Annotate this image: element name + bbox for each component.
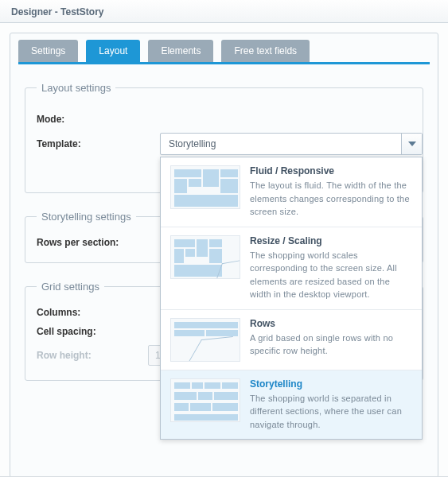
option-title: Rows <box>250 318 412 329</box>
option-text: Rows A grid based on single rows with no… <box>250 318 412 362</box>
option-desc: The shopping world is separated in diffe… <box>250 392 412 432</box>
chevron-down-icon <box>401 134 422 154</box>
tabbar: Settings Layout Elements Free text field… <box>18 40 430 64</box>
layout-thumb-icon <box>170 378 240 422</box>
mode-option-fluid[interactable]: Fluid / Responsive The layout is fluid. … <box>161 157 422 227</box>
mode-option-storytelling[interactable]: Storytelling The shopping world is separ… <box>161 370 422 440</box>
tab-settings[interactable]: Settings <box>18 40 78 62</box>
row-height-label: Row height: <box>37 350 148 361</box>
mode-combobox-trigger[interactable]: Storytelling <box>160 133 423 155</box>
layout-thumb-icon <box>170 318 240 362</box>
option-desc: The shopping world scales corresponding … <box>250 249 412 301</box>
window-title: Designer - TestStory <box>0 0 448 23</box>
option-title: Storytelling <box>250 378 412 390</box>
layout-thumb-icon <box>170 165 240 209</box>
tab-free-text-fields[interactable]: Free text fields <box>221 40 310 62</box>
tab-layout[interactable]: Layout <box>86 40 140 62</box>
template-label: Template: <box>37 138 148 149</box>
option-text: Storytelling The shopping world is separ… <box>250 378 412 432</box>
designer-window: Designer - TestStory Settings Layout Ele… <box>0 0 448 477</box>
mode-combobox-list: Fluid / Responsive The layout is fluid. … <box>160 157 423 440</box>
option-title: Fluid / Responsive <box>250 165 412 176</box>
columns-label: Columns: <box>37 307 148 318</box>
option-desc: A grid based on single rows with no spec… <box>250 332 412 358</box>
option-title: Resize / Scaling <box>250 235 412 246</box>
group-legend: Layout settings <box>37 82 115 94</box>
mode-combobox: Storytelling <box>160 133 423 440</box>
layout-thumb-icon <box>170 235 240 279</box>
mode-option-resize[interactable]: Resize / Scaling The shopping world scal… <box>161 227 422 309</box>
cell-spacing-label: Cell spacing: <box>37 326 148 337</box>
mode-label: Mode: <box>37 114 148 125</box>
panel: Settings Layout Elements Free text field… <box>10 33 438 477</box>
tab-elements[interactable]: Elements <box>148 40 213 62</box>
option-text: Fluid / Responsive The layout is fluid. … <box>250 165 412 219</box>
group-legend: Storytelling settings <box>37 211 136 223</box>
mode-option-rows[interactable]: Rows A grid based on single rows with no… <box>161 309 422 370</box>
rows-per-section-label: Rows per section: <box>37 237 148 248</box>
group-legend: Grid settings <box>37 281 104 293</box>
option-desc: The layout is fluid. The width of the th… <box>250 179 412 219</box>
mode-combobox-value: Storytelling <box>161 138 401 149</box>
option-text: Resize / Scaling The shopping world scal… <box>250 235 412 301</box>
